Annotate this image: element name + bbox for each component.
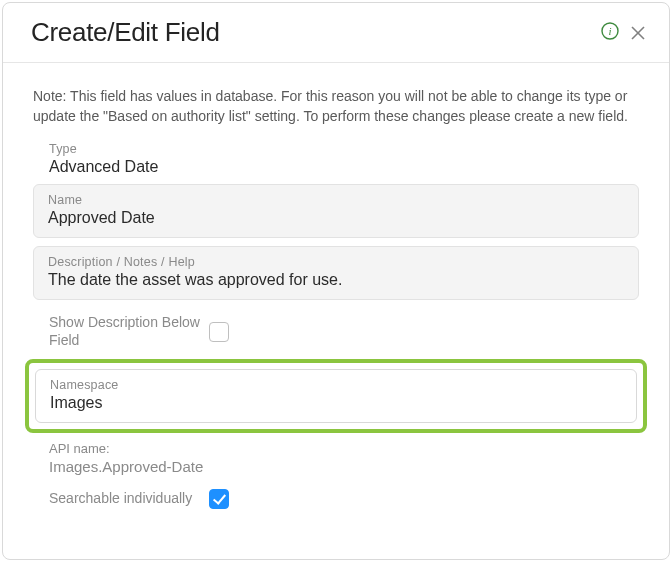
name-input[interactable] [48,209,624,227]
searchable-row: Searchable individually [33,483,639,515]
namespace-section[interactable]: Namespace [35,369,637,423]
api-name-label: API name: [49,441,639,456]
dialog-title: Create/Edit Field [31,17,601,48]
searchable-checkbox[interactable] [209,489,229,509]
api-name-value: Images.Approved-Date [49,458,639,475]
name-label: Name [48,193,624,207]
namespace-label: Namespace [50,378,622,392]
dialog-header: Create/Edit Field i [3,3,669,63]
show-description-label: Show Description Below Field [49,314,209,349]
api-name-section: API name: Images.Approved-Date [33,439,639,483]
dialog-body: Note: This field has values in database.… [3,63,669,559]
description-label: Description / Notes / Help [48,255,624,269]
searchable-label: Searchable individually [49,490,209,508]
show-description-checkbox[interactable] [209,322,229,342]
show-description-row: Show Description Below Field [33,308,639,355]
description-input[interactable] [48,271,624,289]
type-label: Type [49,142,639,156]
description-section[interactable]: Description / Notes / Help [33,246,639,300]
info-icon[interactable]: i [601,22,619,44]
namespace-input[interactable] [50,394,622,412]
name-section[interactable]: Name [33,184,639,238]
header-icons: i [601,22,647,44]
create-edit-field-dialog: Create/Edit Field i Note: This field has… [2,2,670,560]
type-section: Type Advanced Date [33,142,639,184]
type-value: Advanced Date [49,158,639,176]
locked-field-note: Note: This field has values in database.… [33,87,639,126]
namespace-highlight: Namespace [25,359,647,433]
svg-text:i: i [608,25,611,37]
close-icon[interactable] [629,24,647,42]
